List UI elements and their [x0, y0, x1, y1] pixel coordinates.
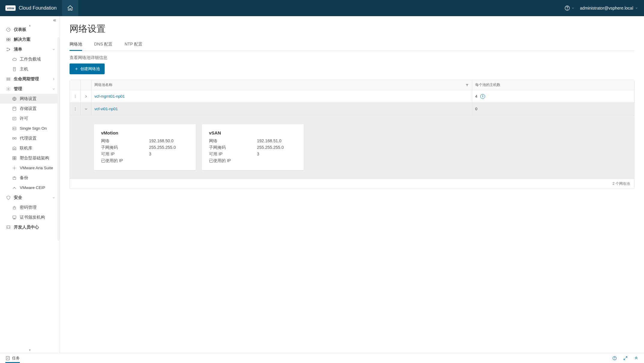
backup-icon — [12, 176, 17, 180]
sidebar-item-15[interactable]: 备份 — [0, 173, 60, 183]
tab-0[interactable]: 网络池 — [70, 39, 82, 51]
tab-2[interactable]: NTP 配置 — [124, 39, 142, 51]
help-button[interactable] — [564, 5, 574, 11]
sidebar-item-19[interactable]: 证书颁发机构 — [0, 212, 60, 222]
sidebar-item-6[interactable]: 管理 — [0, 84, 60, 94]
sidebar-item-18[interactable]: 密码管理 — [0, 202, 60, 212]
svg-rect-23 — [13, 158, 14, 160]
sidebar-item-label: 管理 — [14, 86, 49, 92]
sidebar-item-8[interactable]: 存储设置 — [0, 104, 60, 114]
bottombar-help-button[interactable] — [612, 356, 617, 361]
sidebar-item-label: 备份 — [20, 175, 55, 181]
row-expand-button[interactable] — [84, 94, 88, 99]
lock-icon — [12, 205, 17, 210]
svg-point-1 — [567, 9, 568, 10]
license-icon — [12, 116, 17, 121]
row-actions-button[interactable] — [73, 94, 77, 99]
create-network-pool-button[interactable]: 创建网络池 — [70, 63, 105, 74]
table-row: vcf-vi01-np01 0 — [70, 103, 634, 115]
svg-point-25 — [14, 167, 15, 169]
svg-rect-22 — [15, 156, 16, 158]
sidebar-item-label: 塑合型基础架构 — [20, 155, 55, 161]
tab-bar: 网络池DNS 配置NTP 配置 — [70, 39, 634, 51]
bottom-bar: 任务 — [0, 353, 644, 363]
chevron-right-icon — [52, 77, 55, 81]
depot-icon — [12, 146, 17, 151]
cloud-icon — [12, 57, 17, 62]
help-icon — [564, 5, 570, 11]
product-name: Cloud Foundation — [19, 5, 56, 11]
dev-icon — [6, 225, 11, 230]
sidebar-item-10[interactable]: Single Sign On — [0, 123, 60, 133]
svg-rect-30 — [7, 226, 10, 228]
network-pool-link[interactable]: vcf-mgmt01-np01 — [94, 94, 125, 99]
sidebar-item-16[interactable]: VMware CEIP — [0, 183, 60, 193]
sidebar-item-13[interactable]: 塑合型基础架构 — [0, 153, 60, 163]
svg-point-8 — [7, 50, 8, 51]
sidebar-item-3[interactable]: 工作负载域 — [0, 54, 60, 64]
sidebar-item-4[interactable]: 主机 — [0, 64, 60, 74]
column-header-name[interactable]: 网络池名称 — [91, 80, 472, 90]
row-expand-button[interactable] — [84, 107, 88, 111]
sidebar-item-label: 主机 — [20, 66, 55, 72]
detail-card: vSAN网络192.168.51.0子网掩码255.255.255.0可用 IP… — [202, 124, 304, 170]
detail-label: 已使用的 IP — [101, 158, 149, 164]
sidebar-item-20[interactable]: 开发人员中心 — [0, 222, 60, 232]
sidebar-item-5[interactable]: 生命周期管理 — [0, 74, 60, 84]
sidebar-item-label: 生命周期管理 — [14, 76, 49, 82]
bottombar-expand-button[interactable] — [623, 356, 628, 361]
sidebar-item-11[interactable]: 代理设置 — [0, 133, 60, 143]
sidebar-item-1[interactable]: 解决方案 — [0, 34, 60, 44]
chevron-down-icon — [571, 7, 574, 10]
column-header-hosts[interactable]: 每个池的主机数 — [472, 80, 634, 90]
sidebar-item-2[interactable]: 清单 — [0, 44, 60, 54]
sidebar-item-12[interactable]: 联机库 — [0, 143, 60, 153]
expand-icon — [623, 356, 628, 361]
tasks-label: 任务 — [12, 356, 20, 361]
chevron-down-icon — [52, 196, 55, 199]
double-chevron-up-icon — [634, 356, 639, 361]
sidebar-item-label: 仪表板 — [14, 27, 55, 32]
svg-rect-28 — [13, 207, 16, 209]
tab-1[interactable]: DNS 配置 — [94, 39, 112, 51]
cert-icon — [12, 215, 17, 220]
bottombar-collapse-button[interactable] — [634, 356, 639, 361]
svg-point-15 — [13, 107, 16, 108]
scroll-up-indicator: ▲ — [28, 25, 31, 27]
detail-label: 网络 — [209, 138, 257, 144]
user-menu[interactable]: administrator@vsphere.local — [580, 6, 638, 10]
solutions-icon — [6, 37, 11, 42]
svg-rect-12 — [7, 79, 10, 80]
home-button[interactable] — [62, 0, 78, 16]
filter-icon[interactable] — [465, 83, 469, 87]
svg-rect-21 — [13, 156, 14, 158]
tasks-button[interactable]: 任务 — [5, 353, 20, 363]
sidebar-item-label: 许可 — [20, 116, 55, 121]
sidebar-item-17[interactable]: 安全 — [0, 193, 60, 202]
aria-icon — [12, 166, 17, 170]
svg-rect-4 — [9, 38, 10, 39]
table-row: vcf-mgmt01-np01 4i — [70, 90, 634, 103]
svg-rect-10 — [13, 67, 16, 71]
svg-point-31 — [75, 95, 76, 95]
sidebar-item-7[interactable]: 网络设置 — [0, 94, 60, 104]
detail-value: 3 — [257, 152, 259, 157]
sidebar-collapse-button[interactable] — [0, 16, 60, 25]
sidebar-item-label: 代理设置 — [20, 136, 55, 141]
detail-card: vMotion网络192.168.50.0子网掩码255.255.255.0可用… — [94, 124, 196, 170]
row-actions-button[interactable] — [73, 107, 77, 111]
svg-rect-3 — [7, 38, 8, 39]
card-title: vMotion — [101, 130, 189, 135]
dashboard-icon — [6, 27, 11, 32]
host-icon — [12, 67, 17, 72]
scrollbar-thumb[interactable] — [57, 37, 60, 241]
chevron-down-icon — [52, 87, 55, 91]
info-icon[interactable]: i — [480, 94, 485, 99]
user-label: administrator@vsphere.local — [580, 6, 633, 10]
svg-point-35 — [75, 109, 76, 109]
sidebar-item-14[interactable]: VMware Aria Suite — [0, 163, 60, 173]
detail-value: 255.255.255.0 — [257, 145, 284, 150]
svg-point-34 — [75, 107, 76, 108]
sidebar-item-9[interactable]: 许可 — [0, 114, 60, 123]
network-pool-link[interactable]: vcf-vi01-np01 — [94, 107, 118, 111]
